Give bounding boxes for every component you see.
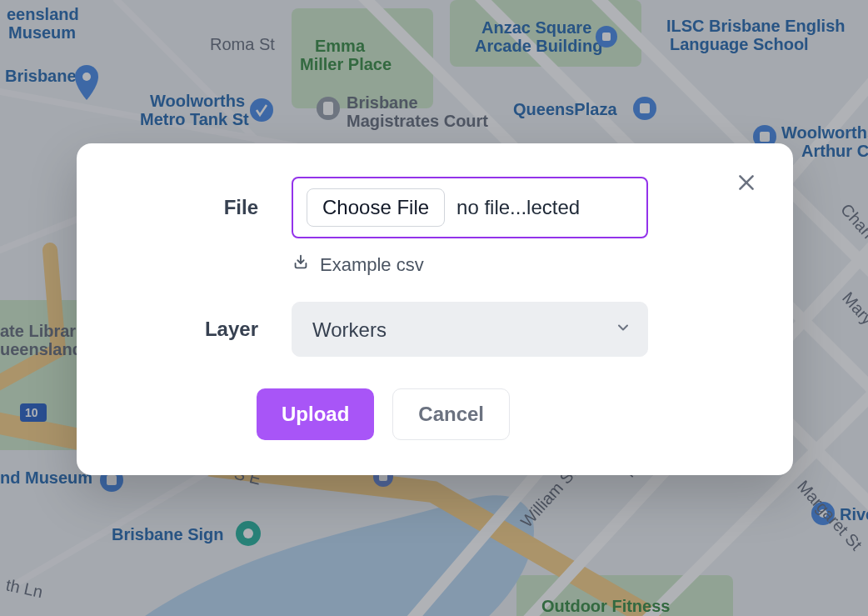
file-input[interactable]: Choose File no file...lected — [292, 177, 648, 238]
cancel-button[interactable]: Cancel — [392, 388, 510, 440]
example-csv-link[interactable]: Example csv — [292, 253, 424, 277]
file-row: File Choose File no file...lected — [125, 177, 745, 238]
upload-button[interactable]: Upload — [257, 388, 374, 440]
example-csv-label: Example csv — [320, 254, 424, 276]
layer-label: Layer — [125, 318, 292, 341]
upload-modal: File Choose File no file...lected Exampl… — [77, 143, 793, 475]
layer-row: Layer Workers — [125, 302, 745, 357]
choose-file-button[interactable]: Choose File — [307, 188, 445, 227]
file-status-text: no file...lected — [456, 196, 633, 219]
close-button[interactable] — [730, 167, 763, 200]
layer-select-wrap: Workers — [292, 302, 648, 357]
modal-actions: Upload Cancel — [257, 388, 745, 440]
file-label: File — [125, 196, 292, 219]
example-row: Example csv — [292, 253, 745, 277]
close-icon — [736, 172, 757, 196]
download-icon — [292, 253, 310, 277]
layer-select[interactable]: Workers — [292, 302, 648, 357]
